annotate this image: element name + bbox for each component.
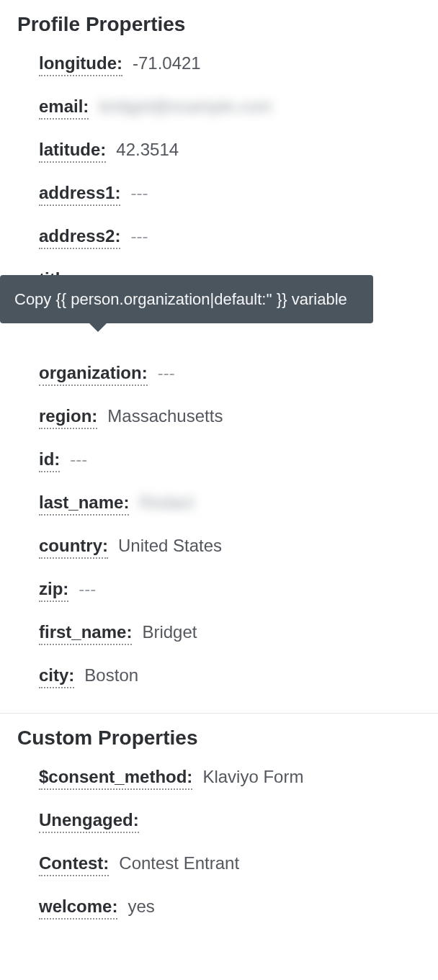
prop-value-id: --- bbox=[70, 449, 87, 469]
prop-row-longitude: longitude: -71.0421 bbox=[39, 43, 424, 86]
tooltip-arrow-icon bbox=[88, 322, 108, 332]
prop-value-email: bridget@example.com bbox=[99, 96, 272, 117]
prop-value-consent-method: Klaviyo Form bbox=[202, 767, 303, 787]
prop-label-consent-method[interactable]: $consent_method: bbox=[39, 767, 192, 790]
custom-properties-title: Custom Properties bbox=[0, 714, 438, 757]
prop-value-last-name: Redact bbox=[139, 493, 194, 513]
prop-row-address1: address1: --- bbox=[39, 173, 424, 216]
profile-properties-section: Profile Properties longitude: -71.0421 e… bbox=[0, 0, 438, 698]
prop-label-country[interactable]: country: bbox=[39, 536, 108, 559]
prop-row-email: email: bridget@example.com bbox=[39, 86, 424, 130]
prop-label-region[interactable]: region: bbox=[39, 406, 97, 429]
prop-value-address1: --- bbox=[130, 183, 148, 203]
copy-variable-tooltip[interactable]: Copy {{ person.organization|default:'' }… bbox=[0, 275, 373, 323]
prop-label-email[interactable]: email: bbox=[39, 96, 89, 120]
prop-value-region: Massachusetts bbox=[107, 406, 223, 426]
prop-label-first-name[interactable]: first_name: bbox=[39, 622, 132, 645]
prop-row-first-name: first_name: Bridget bbox=[39, 612, 424, 655]
prop-value-organization: --- bbox=[158, 363, 175, 383]
prop-row-consent-method: $consent_method: Klaviyo Form bbox=[39, 757, 424, 800]
prop-label-last-name[interactable]: last_name: bbox=[39, 493, 129, 516]
prop-label-city[interactable]: city: bbox=[39, 665, 74, 688]
prop-value-first-name: Bridget bbox=[142, 622, 197, 642]
prop-row-city: city: Boston bbox=[39, 655, 424, 698]
prop-label-latitude[interactable]: latitude: bbox=[39, 140, 106, 163]
prop-value-country: United States bbox=[118, 536, 222, 556]
prop-label-address1[interactable]: address1: bbox=[39, 183, 120, 206]
prop-value-city: Boston bbox=[84, 665, 138, 685]
prop-value-contest: Contest Entrant bbox=[119, 853, 239, 873]
prop-label-longitude[interactable]: longitude: bbox=[39, 53, 122, 76]
prop-row-country: country: United States bbox=[39, 526, 424, 569]
prop-label-contest[interactable]: Contest: bbox=[39, 853, 109, 876]
prop-row-welcome: welcome: yes bbox=[39, 886, 424, 930]
profile-properties-list: longitude: -71.0421 email: bridget@examp… bbox=[0, 43, 438, 698]
prop-value-welcome: yes bbox=[128, 896, 154, 917]
prop-label-welcome[interactable]: welcome: bbox=[39, 896, 117, 920]
prop-row-contest: Contest: Contest Entrant bbox=[39, 843, 424, 886]
prop-label-organization[interactable]: organization: bbox=[39, 363, 148, 386]
tooltip-text: Copy {{ person.organization|default:'' }… bbox=[14, 290, 347, 308]
prop-row-last-name: last_name: Redact bbox=[39, 482, 424, 526]
prop-row-region: region: Massachusetts bbox=[39, 396, 424, 439]
prop-label-id[interactable]: id: bbox=[39, 449, 60, 472]
prop-row-organization: Copy {{ person.organization|default:'' }… bbox=[39, 353, 424, 396]
prop-row-id: id: --- bbox=[39, 439, 424, 482]
prop-value-address2: --- bbox=[130, 226, 148, 246]
prop-row-zip: zip: --- bbox=[39, 569, 424, 612]
prop-row-unengaged: Unengaged: bbox=[39, 800, 424, 843]
prop-label-unengaged[interactable]: Unengaged: bbox=[39, 810, 139, 833]
prop-label-zip[interactable]: zip: bbox=[39, 579, 68, 602]
custom-properties-section: Custom Properties $consent_method: Klavi… bbox=[0, 714, 438, 930]
prop-label-address2[interactable]: address2: bbox=[39, 226, 120, 249]
prop-row-latitude: latitude: 42.3514 bbox=[39, 130, 424, 173]
profile-properties-title: Profile Properties bbox=[0, 0, 438, 43]
custom-properties-list: $consent_method: Klaviyo Form Unengaged:… bbox=[0, 757, 438, 930]
prop-row-address2: address2: --- bbox=[39, 216, 424, 259]
prop-value-latitude: 42.3514 bbox=[116, 140, 179, 160]
prop-value-zip: --- bbox=[79, 579, 96, 599]
prop-value-longitude: -71.0421 bbox=[133, 53, 201, 73]
